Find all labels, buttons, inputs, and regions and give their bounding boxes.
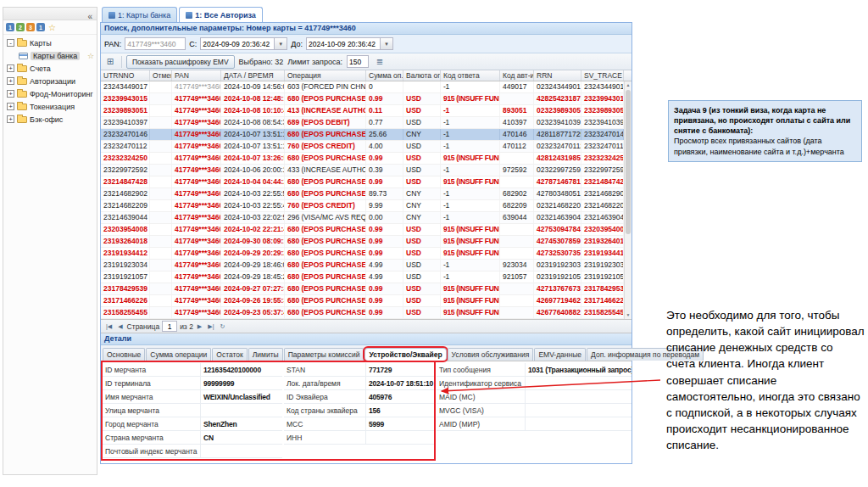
table-row[interactable]: 23232324250417749***34602024-10-07 13:26…: [101, 153, 632, 165]
table-row[interactable]: 23191934412417749***34602024-09-29 20:29…: [101, 248, 632, 260]
details-tab-7[interactable]: Условия обслуживания: [448, 348, 534, 361]
column-header-pan[interactable]: PAN: [172, 70, 221, 81]
workspace-4-icon[interactable]: 1: [36, 23, 45, 31]
tab-1[interactable]: 1: Карты банка: [102, 7, 177, 22]
column-header-cancel[interactable]: Отмена: [150, 70, 172, 81]
workspace-2-icon[interactable]: 2: [16, 23, 25, 31]
refresh-button[interactable]: ↻: [218, 323, 226, 330]
date-from-input[interactable]: [200, 37, 275, 50]
workspace-1-icon[interactable]: 1: [6, 23, 14, 31]
column-header-currency[interactable]: Валюта оп.: [403, 70, 441, 81]
first-page-button[interactable]: |◀: [104, 323, 114, 330]
table-row[interactable]: 23239943015417749***34602024-10-08 12:48…: [101, 93, 632, 105]
page-number-input[interactable]: [162, 321, 177, 332]
detail-label: ID терминала: [103, 379, 200, 388]
column-header-operation[interactable]: Операция: [285, 70, 366, 81]
details-tab-1[interactable]: Основные: [103, 348, 145, 361]
table-row[interactable]: 23239410397417749***34602024-10-08 08:54…: [101, 117, 632, 129]
table-row[interactable]: 23178429539417749***34602024-09-27 07:27…: [101, 283, 632, 295]
table-row[interactable]: 23214639044417749***34602024-10-03 22:02…: [101, 212, 632, 224]
cell-sv_trace: 23193264018: [581, 236, 624, 247]
date-to-input[interactable]: [306, 37, 381, 50]
detail-label: Тип сообщения: [437, 366, 525, 374]
table-row[interactable]: 23191921057417749***34602024-09-29 18:45…: [101, 271, 632, 283]
table-row[interactable]: 23191923034417749***34602024-09-29 18:46…: [101, 260, 632, 271]
request-limit-input[interactable]: [347, 55, 369, 68]
favorite-star-icon[interactable]: ☆: [87, 52, 94, 60]
pan-input[interactable]: [125, 37, 186, 50]
cell-rrn: 023239410397: [534, 117, 581, 128]
table-row[interactable]: 23214847428417749***34602024-10-04 04:44…: [101, 176, 632, 188]
sidebar-item-6[interactable]: +Токенизация: [3, 100, 97, 113]
tab-2[interactable]: 1: Все Авториза: [179, 7, 263, 22]
cell-operation: 603 (FORCED PIN CHNG): [285, 81, 366, 92]
sidebar-collapse-icon[interactable]: «: [83, 12, 97, 21]
collapse-node-icon[interactable]: -: [7, 39, 14, 47]
expand-node-icon[interactable]: +: [7, 77, 14, 85]
scroll-up-icon[interactable]: ▲: [625, 81, 632, 89]
sidebar-item-3[interactable]: +Счета: [3, 62, 97, 75]
cell-auth_code: 923034: [500, 260, 534, 271]
table-row[interactable]: 23171466226417749***34602024-09-26 19:55…: [101, 295, 632, 307]
sidebar-item-5[interactable]: +Фрод-Мониторинг: [3, 87, 97, 100]
details-tab-6[interactable]: Устройство/Эквайер: [364, 348, 446, 361]
expand-node-icon[interactable]: +: [7, 115, 14, 123]
export-menu-icon[interactable]: ≣: [373, 55, 387, 69]
cell-currency: USD: [403, 283, 441, 294]
detail-value: [525, 404, 632, 417]
calendar-icon[interactable]: ▾: [381, 37, 393, 50]
cell-response: 915 (INSUFF FUNDS): [441, 283, 500, 294]
details-tab-3[interactable]: Остаток: [212, 348, 247, 361]
details-tab-8[interactable]: EMV-данные: [534, 348, 586, 361]
table-row[interactable]: 23203954008417749***34602024-10-02 22:21…: [101, 224, 632, 236]
scroll-down-icon[interactable]: ▼: [625, 311, 632, 319]
details-tab-2[interactable]: Сумма операции: [146, 348, 211, 361]
sidebar-item-7[interactable]: +Бэк-офис: [3, 113, 97, 126]
page-count-label: из 2: [180, 322, 193, 331]
table-row[interactable]: 23239893051417749***34602024-10-08 10:10…: [101, 105, 632, 117]
expand-node-icon[interactable]: +: [7, 90, 14, 98]
table-row[interactable]: 23232470146417749***34602024-10-07 13:51…: [101, 129, 632, 141]
cell-currency: USD: [403, 105, 441, 116]
column-header-auth_code[interactable]: Код авт-и: [500, 70, 534, 81]
calendar-icon[interactable]: ▾: [275, 37, 287, 50]
favorites-star-icon[interactable]: ☆: [48, 23, 56, 32]
table-row[interactable]: 23158255455417749***34602024-09-23 05:37…: [101, 307, 632, 319]
table-row[interactable]: 23229972592417749***34602024-10-06 20:00…: [101, 165, 632, 176]
cell-operation: 680 (EPOS PURCHASE): [285, 236, 366, 247]
last-page-button[interactable]: ▶|: [206, 323, 215, 330]
cell-utrnno: 23214682902: [101, 188, 150, 199]
cell-amount: 4.00: [366, 141, 403, 152]
table-row[interactable]: 23214682209417749***34602024-10-03 22:55…: [101, 200, 632, 212]
table-row[interactable]: 23193264018417749***34602024-09-30 08:09…: [101, 236, 632, 248]
details-tab-4[interactable]: Лимиты: [248, 348, 283, 361]
column-header-amount[interactable]: Сумма оп.: [366, 70, 403, 81]
table-row[interactable]: 23232470112417749***34602024-10-07 13:51…: [101, 141, 632, 153]
tab-label: 1: Карты банка: [118, 11, 170, 20]
cell-pan: 417749***3460: [172, 236, 221, 247]
expand-node-icon[interactable]: +: [7, 103, 14, 110]
column-header-sv_trace[interactable]: SV_TRACE: [581, 70, 624, 81]
grid-settings-icon[interactable]: ⊞: [103, 55, 117, 69]
sidebar-item-1[interactable]: -Карты: [3, 36, 97, 49]
vertical-scrollbar[interactable]: ▲ ▼: [624, 81, 632, 319]
sidebar-item-2[interactable]: Карты банка☆: [3, 49, 97, 62]
scrollbar-thumb[interactable]: [626, 90, 631, 234]
expand-node-icon[interactable]: +: [7, 64, 14, 72]
prev-page-button[interactable]: ◀: [116, 323, 124, 330]
cell-operation: 296 (VISA/MC AVS REQ): [285, 212, 366, 223]
show-emv-button[interactable]: Показать расшифровку EMV: [126, 55, 235, 69]
table-row[interactable]: 23214682902417749***34602024-10-03 22:55…: [101, 188, 632, 200]
table-row[interactable]: 23243449017417749***34602024-10-09 14:56…: [101, 81, 632, 93]
sidebar-item-4[interactable]: +Авторизации: [3, 75, 97, 87]
column-header-utrnno[interactable]: UTRNNO: [101, 70, 150, 81]
column-header-rrn[interactable]: RRN: [534, 70, 581, 81]
cell-rrn: 023239893051: [534, 105, 581, 116]
details-tab-5[interactable]: Параметры комиссий: [284, 348, 364, 361]
workspace-3-icon[interactable]: 3: [26, 23, 35, 31]
cell-currency: USD: [403, 93, 441, 104]
column-header-datetime[interactable]: ДАТА / ВРЕМЯ: [221, 70, 285, 81]
detail-value: [365, 431, 435, 444]
next-page-button[interactable]: ▶: [196, 323, 203, 330]
column-header-response[interactable]: Код ответа: [441, 70, 500, 81]
